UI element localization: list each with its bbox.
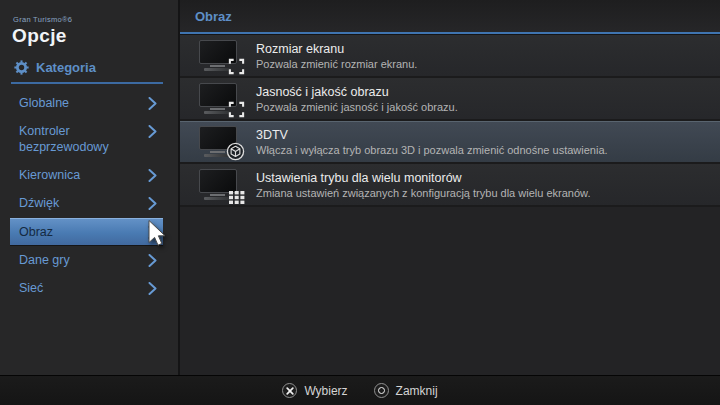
item-description: Pozwala zmienić jasność i jakość obrazu. <box>256 101 458 113</box>
sidebar-item-kierownica[interactable]: Kierownica <box>10 162 163 188</box>
monitor-icon <box>196 39 242 73</box>
sidebar-item-kontroler-bezprzewodowy[interactable]: Kontroler bezprzewodowy <box>10 118 163 160</box>
sidebar-item-globalne[interactable]: Globalne <box>10 90 163 116</box>
chevron-right-icon <box>148 254 157 267</box>
chevron-right-icon <box>148 282 157 295</box>
hint-label: Wybierz <box>304 384 347 398</box>
chevron-right-icon <box>148 97 157 110</box>
item-description: Zmiana ustawień związanych z konfiguracj… <box>256 187 590 199</box>
category-label: Kategoria <box>36 60 96 75</box>
list-item-rozmiar-ekranu[interactable]: Rozmiar ekranu Pozwala zmienić rozmiar e… <box>180 35 720 78</box>
3d-cube-circle-icon <box>226 142 245 161</box>
multi-monitor-grid-icon <box>229 191 245 204</box>
gear-icon <box>14 60 29 75</box>
item-description: Włącza i wyłącza tryb obrazu 3D i pozwal… <box>256 144 608 156</box>
item-description: Pozwala zmienić rozmiar ekranu. <box>256 58 417 70</box>
chevron-right-icon <box>148 169 157 182</box>
sidebar-item-dane-gry[interactable]: Dane gry <box>10 247 163 273</box>
sidebar-item-label: Sieć <box>19 280 43 296</box>
sidebar-item-label: Dźwięk <box>19 195 59 211</box>
circle-button-icon <box>374 383 389 398</box>
list-item-wiele-monitorow[interactable]: Ustawienia trybu dla wielu monitorów Zmi… <box>180 164 720 207</box>
cross-button-icon <box>282 383 297 398</box>
button-hint-bar: Wybierz Zamknij <box>0 375 720 405</box>
item-title: Jasność i jakość obrazu <box>256 85 458 99</box>
monitor-icon <box>196 125 242 159</box>
screen-size-corners-icon <box>228 101 245 118</box>
monitor-icon <box>196 82 242 116</box>
item-title: 3DTV <box>256 128 608 142</box>
page-title: Opcje <box>12 25 178 47</box>
sidebar-item-label: Dane gry <box>19 252 70 268</box>
sidebar-item-label: Globalne <box>19 95 69 111</box>
sidebar-item-siec[interactable]: Sieć <box>10 275 163 301</box>
category-nav: Globalne Kontroler bezprzewodowy Kierown… <box>0 90 178 301</box>
sidebar-item-label: Kontroler bezprzewodowy <box>19 123 148 155</box>
sidebar-item-obraz[interactable]: Obraz <box>10 218 163 245</box>
app-title: Gran Turismo®6 <box>13 15 178 24</box>
gt6-options-screen: Gran Turismo®6 Opcje Kategoria Globa <box>0 0 720 405</box>
sidebar-item-dzwiek[interactable]: Dźwięk <box>10 190 163 216</box>
list-item-jasnosc-i-jakosc[interactable]: Jasność i jakość obrazu Pozwala zmienić … <box>180 78 720 121</box>
monitor-icon <box>196 168 242 202</box>
chevron-right-icon <box>148 125 157 138</box>
hint-label: Zamknij <box>396 384 438 398</box>
settings-list: Rozmiar ekranu Pozwala zmienić rozmiar e… <box>180 35 720 207</box>
panel-title: Obraz <box>180 0 720 34</box>
hint-close: Zamknij <box>374 383 438 398</box>
hint-select: Wybierz <box>282 383 347 398</box>
chevron-right-icon <box>148 197 157 210</box>
sidebar-item-label: Kierownica <box>19 167 80 183</box>
main-panel: Obraz Rozmiar ekranu Pozwala zmienić roz… <box>180 0 720 376</box>
sidebar-item-label: Obraz <box>19 224 53 240</box>
category-underline <box>11 82 163 84</box>
chevron-right-icon <box>148 226 157 239</box>
item-title: Ustawienia trybu dla wielu monitorów <box>256 171 590 185</box>
sidebar: Gran Turismo®6 Opcje Kategoria Globa <box>0 0 178 376</box>
screen-size-corners-icon <box>228 58 245 75</box>
list-item-3dtv[interactable]: 3DTV Włącza i wyłącza tryb obrazu 3D i p… <box>180 121 720 164</box>
category-header: Kategoria <box>14 60 178 75</box>
item-title: Rozmiar ekranu <box>256 42 417 56</box>
